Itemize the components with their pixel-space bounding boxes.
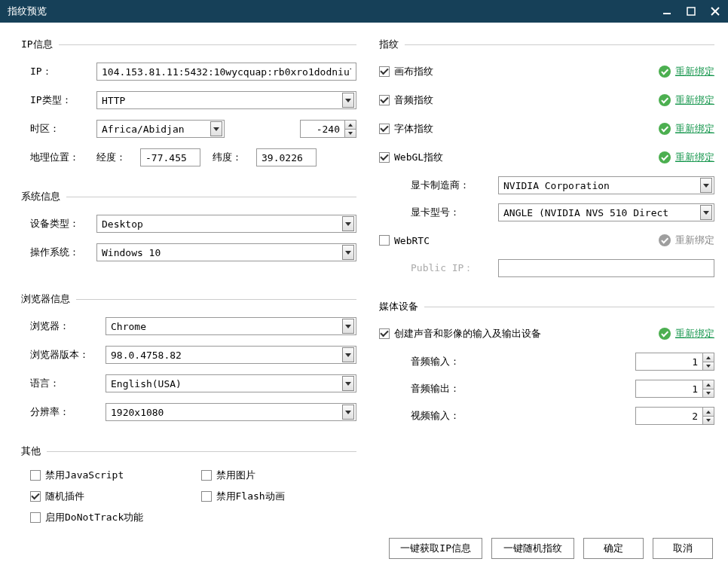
disable-flash-checkbox[interactable]	[201, 491, 212, 502]
ip-input[interactable]	[96, 63, 356, 81]
browser-label: 浏览器：	[30, 319, 106, 333]
minimize-icon[interactable]	[662, 6, 672, 17]
timezone-label: 时区：	[30, 122, 96, 136]
chevron-down-icon	[210, 121, 222, 136]
ip-type-label: IP类型：	[30, 93, 96, 107]
disable-img-label: 禁用图片	[216, 469, 255, 482]
webgl-fp-checkbox[interactable]	[379, 152, 390, 163]
ip-label: IP：	[30, 65, 96, 78]
caret-up-icon[interactable]	[345, 121, 356, 129]
gpu-vendor-select[interactable]: NVIDIA Corporation	[498, 176, 714, 194]
check-circle-icon	[659, 66, 671, 78]
video-in-label: 视频输入：	[411, 409, 546, 423]
disable-img-checkbox[interactable]	[201, 470, 212, 481]
caret-up-icon[interactable]	[703, 408, 714, 416]
gpu-model-label: 显卡型号：	[411, 206, 498, 219]
dnt-label: 启用DoNotTrack功能	[45, 511, 143, 524]
public-ip-input[interactable]	[498, 259, 714, 277]
other-section: 其他 禁用JavaScript 禁用图片 随机插件 禁用Flash动画 启用Do…	[21, 444, 356, 524]
audio-out-label: 音频输出：	[411, 382, 546, 395]
get-ip-button[interactable]: 一键获取IP信息	[389, 538, 482, 559]
device-type-label: 设备类型：	[30, 217, 96, 231]
caret-down-icon[interactable]	[703, 389, 714, 397]
check-circle-icon	[659, 151, 671, 163]
chevron-down-icon	[342, 405, 354, 420]
browser-info-section: 浏览器信息 浏览器： Chrome 浏览器版本： 98.0.4758.82	[21, 292, 356, 431]
audio-rebind-link[interactable]: 重新绑定	[675, 93, 714, 107]
caret-up-icon[interactable]	[703, 353, 714, 362]
res-select[interactable]: 1920x1080	[106, 403, 356, 421]
random-fp-button[interactable]: 一键随机指纹	[491, 538, 574, 559]
webgl-fp-label: WebGL指纹	[394, 151, 659, 164]
chevron-down-icon	[342, 245, 354, 260]
lat-input[interactable]	[256, 148, 317, 166]
ip-info-legend: IP信息	[21, 38, 59, 51]
other-legend: 其他	[21, 444, 47, 458]
device-type-select[interactable]: Desktop	[96, 215, 356, 233]
caret-down-icon[interactable]	[703, 416, 714, 424]
font-fp-checkbox[interactable]	[379, 124, 390, 134]
browser-version-label: 浏览器版本：	[30, 348, 106, 362]
media-section: 媒体设备 创建声音和影像的输入及输出设备 重新绑定 音频输入： 音频	[379, 300, 714, 434]
canvas-rebind-link[interactable]: 重新绑定	[675, 65, 714, 78]
disable-js-label: 禁用JavaScript	[45, 469, 124, 482]
lng-input[interactable]	[140, 148, 200, 166]
webgl-rebind-link[interactable]: 重新绑定	[675, 151, 714, 164]
titlebar: 指纹预览	[0, 0, 728, 23]
browser-info-legend: 浏览器信息	[21, 292, 76, 306]
chevron-down-icon	[342, 93, 354, 108]
sys-info-section: 系统信息 设备类型： Desktop 操作系统： Windows 10	[21, 190, 356, 271]
close-icon[interactable]	[710, 6, 720, 17]
geo-label: 地理位置：	[30, 151, 96, 164]
gpu-vendor-label: 显卡制造商：	[411, 179, 498, 192]
check-circle-icon	[659, 234, 671, 246]
maximize-icon[interactable]	[686, 6, 696, 17]
browser-select[interactable]: Chrome	[106, 317, 356, 335]
os-select[interactable]: Windows 10	[96, 243, 356, 261]
ip-type-select[interactable]: HTTP	[96, 91, 356, 109]
caret-down-icon[interactable]	[703, 362, 714, 370]
cancel-button[interactable]: 取消	[653, 538, 713, 559]
public-ip-label: Public IP：	[411, 261, 498, 275]
font-rebind-link[interactable]: 重新绑定	[675, 122, 714, 136]
timezone-offset-spinner[interactable]	[300, 120, 356, 138]
canvas-fp-label: 画布指纹	[394, 65, 659, 78]
audio-fp-checkbox[interactable]	[379, 95, 390, 105]
footer-buttons: 一键获取IP信息 一键随机指纹 确定 取消	[389, 538, 713, 559]
fingerprint-legend: 指纹	[379, 38, 405, 51]
caret-down-icon[interactable]	[345, 129, 356, 137]
dnt-checkbox[interactable]	[30, 512, 41, 523]
audio-in-spinner[interactable]	[635, 353, 714, 371]
disable-js-checkbox[interactable]	[30, 470, 41, 481]
caret-up-icon[interactable]	[703, 380, 714, 389]
font-fp-label: 字体指纹	[394, 122, 659, 136]
random-plugin-checkbox[interactable]	[30, 491, 41, 502]
audio-in-label: 音频输入：	[411, 355, 546, 368]
media-legend: 媒体设备	[379, 300, 424, 313]
ok-button[interactable]: 确定	[583, 538, 644, 559]
svg-rect-1	[687, 8, 695, 15]
res-label: 分辨率：	[30, 405, 106, 419]
audio-fp-label: 音频指纹	[394, 93, 659, 107]
lang-select[interactable]: English(USA)	[106, 374, 356, 392]
check-circle-icon	[659, 123, 671, 135]
chevron-down-icon	[342, 347, 354, 362]
create-media-checkbox[interactable]	[379, 328, 390, 339]
lang-label: 语言：	[30, 377, 106, 390]
window-title: 指纹预览	[8, 5, 47, 18]
browser-version-select[interactable]: 98.0.4758.82	[106, 346, 356, 364]
gpu-model-select[interactable]: ANGLE (NVIDIA NVS 510 Direct	[498, 203, 714, 221]
disable-flash-label: 禁用Flash动画	[216, 490, 285, 503]
chevron-down-icon	[342, 376, 354, 391]
lng-label: 经度：	[96, 151, 134, 164]
create-media-label: 创建声音和影像的输入及输出设备	[394, 327, 659, 340]
canvas-fp-checkbox[interactable]	[379, 66, 390, 77]
video-in-spinner[interactable]	[635, 407, 714, 425]
timezone-select[interactable]: Africa/Abidjan	[96, 120, 225, 138]
lat-label: 纬度：	[213, 151, 250, 164]
webrtc-checkbox[interactable]	[379, 235, 390, 246]
chevron-down-icon	[700, 178, 712, 193]
ip-info-section: IP信息 IP： IP类型： HTTP 时区： Africa/Abidjan	[21, 38, 356, 176]
audio-out-spinner[interactable]	[635, 380, 714, 398]
media-rebind-link[interactable]: 重新绑定	[675, 327, 714, 340]
